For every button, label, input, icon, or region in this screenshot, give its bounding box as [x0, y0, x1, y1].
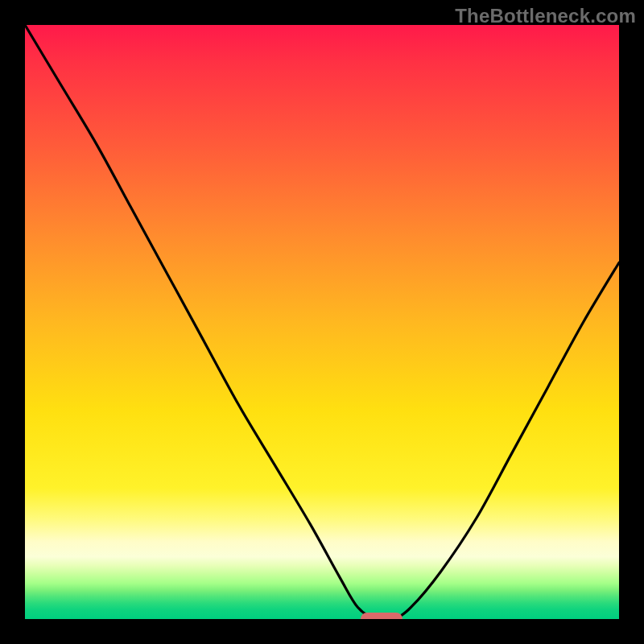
chart-frame: TheBottleneck.com — [0, 0, 644, 644]
plot-area — [25, 25, 619, 619]
optimum-marker — [361, 613, 402, 619]
bottleneck-curve — [25, 25, 619, 619]
watermark-text: TheBottleneck.com — [455, 5, 636, 27]
